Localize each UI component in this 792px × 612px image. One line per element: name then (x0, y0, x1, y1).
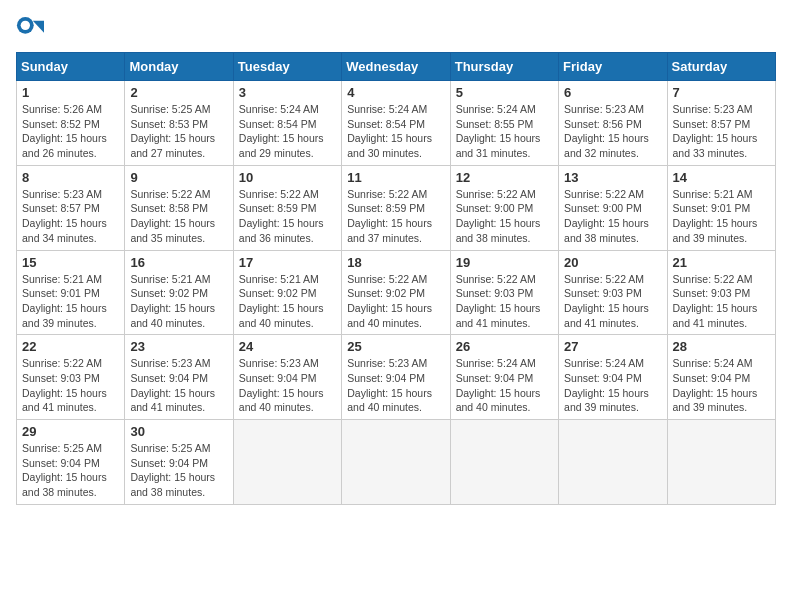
day-number: 18 (347, 255, 444, 270)
header-tuesday: Tuesday (233, 53, 341, 81)
calendar-header-row: SundayMondayTuesdayWednesdayThursdayFrid… (17, 53, 776, 81)
calendar-cell: 17Sunrise: 5:21 AM Sunset: 9:02 PM Dayli… (233, 250, 341, 335)
logo (16, 16, 48, 44)
calendar-cell: 14Sunrise: 5:21 AM Sunset: 9:01 PM Dayli… (667, 165, 775, 250)
calendar-cell: 22Sunrise: 5:22 AM Sunset: 9:03 PM Dayli… (17, 335, 125, 420)
calendar-cell: 27Sunrise: 5:24 AM Sunset: 9:04 PM Dayli… (559, 335, 667, 420)
calendar-cell: 8Sunrise: 5:23 AM Sunset: 8:57 PM Daylig… (17, 165, 125, 250)
day-info: Sunrise: 5:25 AM Sunset: 9:04 PM Dayligh… (22, 441, 119, 500)
calendar-cell: 6Sunrise: 5:23 AM Sunset: 8:56 PM Daylig… (559, 81, 667, 166)
calendar-cell (233, 420, 341, 505)
day-info: Sunrise: 5:23 AM Sunset: 8:57 PM Dayligh… (22, 187, 119, 246)
calendar-cell: 16Sunrise: 5:21 AM Sunset: 9:02 PM Dayli… (125, 250, 233, 335)
day-number: 21 (673, 255, 770, 270)
header-saturday: Saturday (667, 53, 775, 81)
calendar-cell: 5Sunrise: 5:24 AM Sunset: 8:55 PM Daylig… (450, 81, 558, 166)
calendar-cell: 12Sunrise: 5:22 AM Sunset: 9:00 PM Dayli… (450, 165, 558, 250)
calendar-week-4: 22Sunrise: 5:22 AM Sunset: 9:03 PM Dayli… (17, 335, 776, 420)
day-number: 14 (673, 170, 770, 185)
day-info: Sunrise: 5:22 AM Sunset: 8:58 PM Dayligh… (130, 187, 227, 246)
day-info: Sunrise: 5:24 AM Sunset: 8:55 PM Dayligh… (456, 102, 553, 161)
calendar-cell: 26Sunrise: 5:24 AM Sunset: 9:04 PM Dayli… (450, 335, 558, 420)
day-info: Sunrise: 5:22 AM Sunset: 9:03 PM Dayligh… (564, 272, 661, 331)
calendar-cell: 2Sunrise: 5:25 AM Sunset: 8:53 PM Daylig… (125, 81, 233, 166)
calendar-cell: 13Sunrise: 5:22 AM Sunset: 9:00 PM Dayli… (559, 165, 667, 250)
day-number: 3 (239, 85, 336, 100)
calendar-cell: 9Sunrise: 5:22 AM Sunset: 8:58 PM Daylig… (125, 165, 233, 250)
day-info: Sunrise: 5:25 AM Sunset: 8:53 PM Dayligh… (130, 102, 227, 161)
day-info: Sunrise: 5:23 AM Sunset: 9:04 PM Dayligh… (239, 356, 336, 415)
day-info: Sunrise: 5:22 AM Sunset: 9:03 PM Dayligh… (22, 356, 119, 415)
day-info: Sunrise: 5:22 AM Sunset: 9:00 PM Dayligh… (564, 187, 661, 246)
calendar-cell (559, 420, 667, 505)
calendar-cell (667, 420, 775, 505)
day-number: 23 (130, 339, 227, 354)
day-info: Sunrise: 5:24 AM Sunset: 9:04 PM Dayligh… (564, 356, 661, 415)
calendar-cell: 25Sunrise: 5:23 AM Sunset: 9:04 PM Dayli… (342, 335, 450, 420)
calendar-table: SundayMondayTuesdayWednesdayThursdayFrid… (16, 52, 776, 505)
calendar-cell: 21Sunrise: 5:22 AM Sunset: 9:03 PM Dayli… (667, 250, 775, 335)
svg-marker-2 (33, 21, 44, 33)
calendar-cell: 3Sunrise: 5:24 AM Sunset: 8:54 PM Daylig… (233, 81, 341, 166)
day-info: Sunrise: 5:23 AM Sunset: 9:04 PM Dayligh… (130, 356, 227, 415)
day-number: 9 (130, 170, 227, 185)
day-number: 6 (564, 85, 661, 100)
day-info: Sunrise: 5:22 AM Sunset: 8:59 PM Dayligh… (239, 187, 336, 246)
calendar-cell: 29Sunrise: 5:25 AM Sunset: 9:04 PM Dayli… (17, 420, 125, 505)
day-info: Sunrise: 5:22 AM Sunset: 9:00 PM Dayligh… (456, 187, 553, 246)
day-number: 19 (456, 255, 553, 270)
day-info: Sunrise: 5:22 AM Sunset: 8:59 PM Dayligh… (347, 187, 444, 246)
header-monday: Monday (125, 53, 233, 81)
logo-icon (16, 16, 44, 44)
day-info: Sunrise: 5:21 AM Sunset: 9:01 PM Dayligh… (22, 272, 119, 331)
day-info: Sunrise: 5:24 AM Sunset: 9:04 PM Dayligh… (456, 356, 553, 415)
day-number: 13 (564, 170, 661, 185)
day-info: Sunrise: 5:24 AM Sunset: 9:04 PM Dayligh… (673, 356, 770, 415)
calendar-cell: 1Sunrise: 5:26 AM Sunset: 8:52 PM Daylig… (17, 81, 125, 166)
day-number: 15 (22, 255, 119, 270)
day-info: Sunrise: 5:21 AM Sunset: 9:02 PM Dayligh… (130, 272, 227, 331)
header-thursday: Thursday (450, 53, 558, 81)
day-number: 12 (456, 170, 553, 185)
calendar-cell: 28Sunrise: 5:24 AM Sunset: 9:04 PM Dayli… (667, 335, 775, 420)
day-number: 26 (456, 339, 553, 354)
calendar-week-3: 15Sunrise: 5:21 AM Sunset: 9:01 PM Dayli… (17, 250, 776, 335)
day-number: 10 (239, 170, 336, 185)
page-header (16, 16, 776, 44)
day-info: Sunrise: 5:22 AM Sunset: 9:03 PM Dayligh… (456, 272, 553, 331)
day-number: 4 (347, 85, 444, 100)
calendar-cell: 7Sunrise: 5:23 AM Sunset: 8:57 PM Daylig… (667, 81, 775, 166)
calendar-cell (450, 420, 558, 505)
calendar-cell: 24Sunrise: 5:23 AM Sunset: 9:04 PM Dayli… (233, 335, 341, 420)
day-number: 25 (347, 339, 444, 354)
day-number: 20 (564, 255, 661, 270)
day-info: Sunrise: 5:22 AM Sunset: 9:02 PM Dayligh… (347, 272, 444, 331)
calendar-week-1: 1Sunrise: 5:26 AM Sunset: 8:52 PM Daylig… (17, 81, 776, 166)
day-number: 1 (22, 85, 119, 100)
day-number: 17 (239, 255, 336, 270)
day-info: Sunrise: 5:26 AM Sunset: 8:52 PM Dayligh… (22, 102, 119, 161)
day-number: 27 (564, 339, 661, 354)
calendar-cell: 11Sunrise: 5:22 AM Sunset: 8:59 PM Dayli… (342, 165, 450, 250)
svg-point-1 (21, 21, 30, 30)
calendar-cell: 4Sunrise: 5:24 AM Sunset: 8:54 PM Daylig… (342, 81, 450, 166)
day-info: Sunrise: 5:21 AM Sunset: 9:01 PM Dayligh… (673, 187, 770, 246)
calendar-cell: 30Sunrise: 5:25 AM Sunset: 9:04 PM Dayli… (125, 420, 233, 505)
calendar-cell (342, 420, 450, 505)
calendar-cell: 10Sunrise: 5:22 AM Sunset: 8:59 PM Dayli… (233, 165, 341, 250)
day-number: 8 (22, 170, 119, 185)
calendar-cell: 19Sunrise: 5:22 AM Sunset: 9:03 PM Dayli… (450, 250, 558, 335)
day-info: Sunrise: 5:24 AM Sunset: 8:54 PM Dayligh… (239, 102, 336, 161)
calendar-cell: 23Sunrise: 5:23 AM Sunset: 9:04 PM Dayli… (125, 335, 233, 420)
day-number: 11 (347, 170, 444, 185)
day-number: 2 (130, 85, 227, 100)
day-number: 29 (22, 424, 119, 439)
day-number: 24 (239, 339, 336, 354)
calendar-cell: 20Sunrise: 5:22 AM Sunset: 9:03 PM Dayli… (559, 250, 667, 335)
day-info: Sunrise: 5:24 AM Sunset: 8:54 PM Dayligh… (347, 102, 444, 161)
calendar-cell: 15Sunrise: 5:21 AM Sunset: 9:01 PM Dayli… (17, 250, 125, 335)
calendar-cell: 18Sunrise: 5:22 AM Sunset: 9:02 PM Dayli… (342, 250, 450, 335)
day-info: Sunrise: 5:23 AM Sunset: 9:04 PM Dayligh… (347, 356, 444, 415)
header-wednesday: Wednesday (342, 53, 450, 81)
day-info: Sunrise: 5:21 AM Sunset: 9:02 PM Dayligh… (239, 272, 336, 331)
